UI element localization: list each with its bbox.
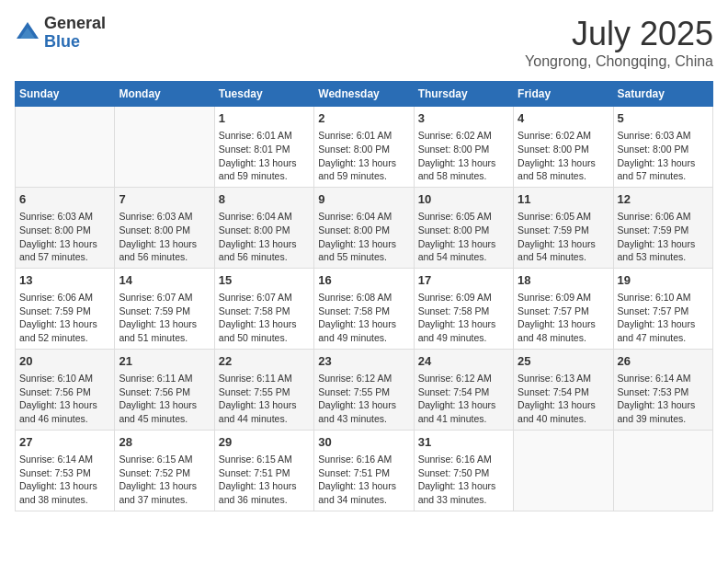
day-info: Sunrise: 6:03 AM Sunset: 8:00 PM Dayligh… xyxy=(19,210,110,264)
calendar-cell: 4Sunrise: 6:02 AM Sunset: 8:00 PM Daylig… xyxy=(514,107,613,188)
day-number: 28 xyxy=(119,434,210,451)
day-info: Sunrise: 6:09 AM Sunset: 7:58 PM Dayligh… xyxy=(418,291,509,345)
logo-icon xyxy=(15,20,40,46)
day-info: Sunrise: 6:16 AM Sunset: 7:50 PM Dayligh… xyxy=(418,453,509,507)
day-info: Sunrise: 6:15 AM Sunset: 7:51 PM Dayligh… xyxy=(219,453,310,507)
calendar-cell: 7Sunrise: 6:03 AM Sunset: 8:00 PM Daylig… xyxy=(115,187,214,268)
day-info: Sunrise: 6:08 AM Sunset: 7:58 PM Dayligh… xyxy=(318,291,409,345)
day-info: Sunrise: 6:04 AM Sunset: 8:00 PM Dayligh… xyxy=(318,210,409,264)
calendar-body: 1Sunrise: 6:01 AM Sunset: 8:01 PM Daylig… xyxy=(16,107,713,511)
calendar-cell: 5Sunrise: 6:03 AM Sunset: 8:00 PM Daylig… xyxy=(613,107,712,188)
calendar-cell: 9Sunrise: 6:04 AM Sunset: 8:00 PM Daylig… xyxy=(314,187,414,268)
day-number: 3 xyxy=(418,110,509,127)
day-number: 27 xyxy=(19,434,110,451)
day-info: Sunrise: 6:12 AM Sunset: 7:55 PM Dayligh… xyxy=(318,372,409,426)
day-number: 15 xyxy=(219,272,310,289)
day-number: 29 xyxy=(219,434,310,451)
logo-text-blue: Blue xyxy=(44,33,106,52)
calendar-cell: 17Sunrise: 6:09 AM Sunset: 7:58 PM Dayli… xyxy=(414,268,513,349)
calendar-week-row: 20Sunrise: 6:10 AM Sunset: 7:56 PM Dayli… xyxy=(16,349,713,430)
weekday-header-monday: Monday xyxy=(115,82,214,107)
weekday-header-thursday: Thursday xyxy=(414,82,513,107)
day-number: 30 xyxy=(318,434,409,451)
day-number: 13 xyxy=(19,272,110,289)
calendar-cell: 28Sunrise: 6:15 AM Sunset: 7:52 PM Dayli… xyxy=(115,430,214,511)
logo-text-general: General xyxy=(44,15,106,33)
calendar-cell: 24Sunrise: 6:12 AM Sunset: 7:54 PM Dayli… xyxy=(414,349,513,430)
day-number: 23 xyxy=(318,353,409,370)
day-number: 2 xyxy=(318,110,409,127)
day-info: Sunrise: 6:03 AM Sunset: 8:00 PM Dayligh… xyxy=(618,129,709,183)
day-info: Sunrise: 6:02 AM Sunset: 8:00 PM Dayligh… xyxy=(518,129,609,183)
day-number: 8 xyxy=(219,191,310,208)
day-number: 1 xyxy=(219,110,310,127)
calendar-cell: 2Sunrise: 6:01 AM Sunset: 8:00 PM Daylig… xyxy=(314,107,414,188)
calendar-cell: 25Sunrise: 6:13 AM Sunset: 7:54 PM Dayli… xyxy=(514,349,613,430)
day-number: 31 xyxy=(418,434,509,451)
day-info: Sunrise: 6:02 AM Sunset: 8:00 PM Dayligh… xyxy=(418,129,509,183)
calendar-cell: 11Sunrise: 6:05 AM Sunset: 7:59 PM Dayli… xyxy=(514,187,613,268)
calendar-cell: 8Sunrise: 6:04 AM Sunset: 8:00 PM Daylig… xyxy=(214,187,313,268)
calendar-week-row: 1Sunrise: 6:01 AM Sunset: 8:01 PM Daylig… xyxy=(16,107,713,188)
day-number: 9 xyxy=(318,191,409,208)
logo: General Blue xyxy=(15,15,106,52)
calendar-cell: 20Sunrise: 6:10 AM Sunset: 7:56 PM Dayli… xyxy=(16,349,115,430)
weekday-header-saturday: Saturday xyxy=(613,82,712,107)
day-info: Sunrise: 6:14 AM Sunset: 7:53 PM Dayligh… xyxy=(618,372,709,426)
day-number: 10 xyxy=(418,191,509,208)
day-info: Sunrise: 6:06 AM Sunset: 7:59 PM Dayligh… xyxy=(19,291,110,345)
day-info: Sunrise: 6:05 AM Sunset: 8:00 PM Dayligh… xyxy=(418,210,509,264)
day-info: Sunrise: 6:06 AM Sunset: 7:59 PM Dayligh… xyxy=(618,210,709,264)
day-number: 18 xyxy=(518,272,609,289)
calendar-cell: 13Sunrise: 6:06 AM Sunset: 7:59 PM Dayli… xyxy=(16,268,115,349)
calendar-week-row: 27Sunrise: 6:14 AM Sunset: 7:53 PM Dayli… xyxy=(16,430,713,511)
calendar-cell: 31Sunrise: 6:16 AM Sunset: 7:50 PM Dayli… xyxy=(414,430,513,511)
day-number: 26 xyxy=(618,353,709,370)
calendar-cell: 21Sunrise: 6:11 AM Sunset: 7:56 PM Dayli… xyxy=(115,349,214,430)
title-area: July 2025 Yongrong, Chongqing, China xyxy=(525,15,713,70)
weekday-header-tuesday: Tuesday xyxy=(214,82,313,107)
day-info: Sunrise: 6:11 AM Sunset: 7:56 PM Dayligh… xyxy=(119,372,210,426)
calendar-cell xyxy=(514,430,613,511)
calendar-header: SundayMondayTuesdayWednesdayThursdayFrid… xyxy=(16,82,713,107)
calendar-week-row: 6Sunrise: 6:03 AM Sunset: 8:00 PM Daylig… xyxy=(16,187,713,268)
day-number: 22 xyxy=(219,353,310,370)
calendar-cell: 14Sunrise: 6:07 AM Sunset: 7:59 PM Dayli… xyxy=(115,268,214,349)
day-info: Sunrise: 6:11 AM Sunset: 7:55 PM Dayligh… xyxy=(219,372,310,426)
day-number: 5 xyxy=(618,110,709,127)
calendar-subtitle: Yongrong, Chongqing, China xyxy=(525,53,713,70)
day-info: Sunrise: 6:10 AM Sunset: 7:56 PM Dayligh… xyxy=(19,372,110,426)
calendar-cell xyxy=(613,430,712,511)
calendar-cell: 10Sunrise: 6:05 AM Sunset: 8:00 PM Dayli… xyxy=(414,187,513,268)
day-number: 6 xyxy=(19,191,110,208)
calendar-cell: 27Sunrise: 6:14 AM Sunset: 7:53 PM Dayli… xyxy=(16,430,115,511)
day-number: 24 xyxy=(418,353,509,370)
header: General Blue July 2025 Yongrong, Chongqi… xyxy=(15,15,713,70)
calendar-cell: 16Sunrise: 6:08 AM Sunset: 7:58 PM Dayli… xyxy=(314,268,414,349)
day-number: 14 xyxy=(119,272,210,289)
day-info: Sunrise: 6:09 AM Sunset: 7:57 PM Dayligh… xyxy=(518,291,609,345)
calendar-cell: 15Sunrise: 6:07 AM Sunset: 7:58 PM Dayli… xyxy=(214,268,313,349)
day-info: Sunrise: 6:01 AM Sunset: 8:00 PM Dayligh… xyxy=(318,129,409,183)
calendar-cell: 3Sunrise: 6:02 AM Sunset: 8:00 PM Daylig… xyxy=(414,107,513,188)
day-number: 11 xyxy=(518,191,609,208)
day-number: 4 xyxy=(518,110,609,127)
day-number: 12 xyxy=(618,191,709,208)
calendar-week-row: 13Sunrise: 6:06 AM Sunset: 7:59 PM Dayli… xyxy=(16,268,713,349)
weekday-header-friday: Friday xyxy=(514,82,613,107)
calendar-cell: 29Sunrise: 6:15 AM Sunset: 7:51 PM Dayli… xyxy=(214,430,313,511)
day-info: Sunrise: 6:13 AM Sunset: 7:54 PM Dayligh… xyxy=(518,372,609,426)
calendar-cell: 18Sunrise: 6:09 AM Sunset: 7:57 PM Dayli… xyxy=(514,268,613,349)
day-info: Sunrise: 6:16 AM Sunset: 7:51 PM Dayligh… xyxy=(318,453,409,507)
day-number: 7 xyxy=(119,191,210,208)
day-number: 25 xyxy=(518,353,609,370)
day-info: Sunrise: 6:07 AM Sunset: 7:59 PM Dayligh… xyxy=(119,291,210,345)
calendar-cell: 6Sunrise: 6:03 AM Sunset: 8:00 PM Daylig… xyxy=(16,187,115,268)
day-info: Sunrise: 6:07 AM Sunset: 7:58 PM Dayligh… xyxy=(219,291,310,345)
day-info: Sunrise: 6:15 AM Sunset: 7:52 PM Dayligh… xyxy=(119,453,210,507)
calendar-title: July 2025 xyxy=(525,15,713,53)
calendar-cell: 19Sunrise: 6:10 AM Sunset: 7:57 PM Dayli… xyxy=(613,268,712,349)
calendar-table: SundayMondayTuesdayWednesdayThursdayFrid… xyxy=(15,81,713,511)
day-number: 19 xyxy=(618,272,709,289)
calendar-cell: 22Sunrise: 6:11 AM Sunset: 7:55 PM Dayli… xyxy=(214,349,313,430)
